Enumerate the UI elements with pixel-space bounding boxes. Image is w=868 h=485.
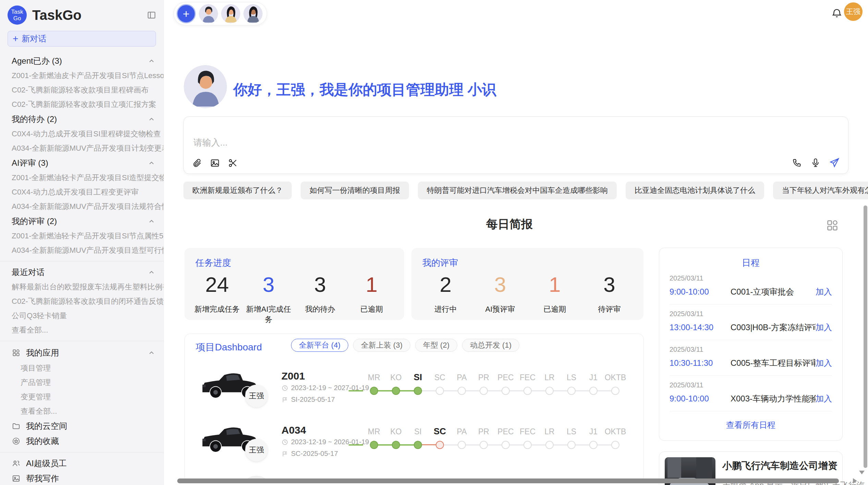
send-icon[interactable] <box>829 157 840 168</box>
task-item[interactable]: Z001-全新燃油轻卡产品开发项目SI节点属性5D文件评审 <box>0 229 164 243</box>
suggestion-chip[interactable]: 如何写一份清晰的项目周报 <box>301 182 409 199</box>
stat-label: 我的待办 <box>294 304 346 314</box>
briefing-title: 每日简报 <box>177 216 842 232</box>
my-apps-header[interactable]: 我的应用 <box>0 345 164 361</box>
sidebar-sections: Agent已办 (3)Z001-全新燃油皮卡产品开发项目SI节点Lesson L… <box>0 53 164 258</box>
milestone-node <box>392 387 400 395</box>
microphone-icon[interactable] <box>810 158 821 168</box>
task-item[interactable]: C02-飞腾新能源轻客改款项目立项汇报方案 <box>0 97 164 112</box>
sidebar-tool[interactable]: AI超级员工 <box>0 456 164 471</box>
task-item[interactable]: A034-全新新能源MUV产品开发项目法规符合性评审 <box>0 199 164 214</box>
milestone-node <box>414 387 422 395</box>
vertical-scrollbar[interactable] <box>864 206 867 468</box>
scroll-right-arrow[interactable] <box>853 478 857 484</box>
sidebar-link[interactable]: 我的收藏 <box>0 434 164 449</box>
join-link[interactable]: 加入 <box>816 286 832 297</box>
project-row[interactable]: 王强A0342023-12-19 ~ 2026-01-19SC-2025-05-… <box>185 420 643 474</box>
app-item[interactable]: 产品管理 <box>0 375 164 390</box>
section-header[interactable]: 我的评审 (2) <box>0 214 164 229</box>
suggestion-chip[interactable]: 特朗普可能对进口汽车增税会对中国车企造成哪些影响 <box>418 182 617 199</box>
task-progress-card: 任务进度 24新增完成任务3新增AI完成任务3我的待办1已逾期 <box>184 248 404 320</box>
user-avatar[interactable]: 王强 <box>844 2 863 21</box>
join-link[interactable]: 加入 <box>816 358 832 369</box>
task-item[interactable]: C0X4-动力总成开发项目工程变更评审 <box>0 185 164 199</box>
join-link[interactable]: 加入 <box>816 393 832 404</box>
scroll-down-arrow[interactable] <box>859 471 865 474</box>
voice-call-icon[interactable] <box>792 158 802 168</box>
chat-input[interactable]: 请输入... <box>183 116 848 174</box>
notification-bell-icon[interactable] <box>831 8 843 19</box>
schedule-item: 2025/03/1110:30-11:30C005-整车工程目标评审加入 <box>670 340 832 376</box>
stat-label: 已逾期 <box>346 304 397 314</box>
suggestion-chip[interactable]: 比亚迪全固态电池计划具体说了什么 <box>626 182 764 199</box>
task-item[interactable]: Z001-全新燃油皮卡产品开发项目SI节点Lesson Learn报告 <box>0 69 164 83</box>
task-item[interactable]: Z001-全新燃油轻卡产品开发项目SI造型提交物评审 <box>0 171 164 185</box>
dashboard-tab[interactable]: 动总开发 (1) <box>462 339 519 352</box>
suggestion-chip[interactable]: 当下年轻人对汽车外观有怎样的喜好趋势 <box>773 182 868 199</box>
agent-avatar-1[interactable] <box>199 4 218 23</box>
chevron-up-icon <box>148 217 155 225</box>
stat-value: 3 <box>582 273 637 297</box>
app-item[interactable]: 变更管理 <box>0 390 164 404</box>
suggestion-chip[interactable]: 欧洲新规最近颁布了什么？ <box>183 182 292 199</box>
task-item[interactable]: C0X4-动力总成开发项目SI里程碑提交物检查 <box>0 127 164 141</box>
milestone-MR: MR <box>363 420 385 461</box>
task-item[interactable]: A034-全新新能源MUV产品开发项目计划变更表编写 <box>0 141 164 156</box>
stat-label: 已逾期 <box>528 304 582 314</box>
section-header[interactable]: 最近对话 <box>0 265 164 280</box>
dashboard-tab[interactable]: 年型 (2) <box>415 339 457 352</box>
folder-icon <box>12 422 21 431</box>
milestone-node <box>611 441 619 449</box>
task-item[interactable]: A034-全新新能源MUV产品开发项目造型可行性评审 <box>0 243 164 258</box>
conversation-item[interactable]: 解释最新出台的欧盟报废车法规再生塑料比例被调至15%... <box>0 280 164 294</box>
milestone-LR: LR <box>539 420 560 461</box>
collapse-sidebar-icon[interactable] <box>146 10 157 20</box>
layout-grid-icon[interactable] <box>825 219 839 232</box>
sidebar-tool[interactable]: 帮我写作 <box>0 471 164 485</box>
dashboard-tab[interactable]: 全新上装 (3) <box>353 339 410 352</box>
scissors-icon[interactable] <box>228 158 238 168</box>
clock-icon <box>281 385 288 391</box>
project-flag: SI-2025-05-17 <box>281 396 335 403</box>
project-row[interactable]: 王强Z0012023-12-19 ~ 2027-01-19SI-2025-05-… <box>185 365 643 420</box>
view-all-link[interactable]: 查看全部... <box>0 323 164 337</box>
section-header[interactable]: Agent已办 (3) <box>0 53 164 69</box>
task-item[interactable]: C02-飞腾新能源轻客改款项目里程碑画布 <box>0 83 164 97</box>
schedule-card: 日程 2025/03/119:00-10:00C001-立项审批会加入2025/… <box>659 248 843 441</box>
conversation-item[interactable]: C02-飞腾新能源轻客改款项目的闭环通告反馈情况 <box>0 294 164 309</box>
milestone-node <box>545 441 554 449</box>
schedule-time: 13:00-14:30 <box>670 323 731 332</box>
milestone-label: PEC <box>495 373 517 382</box>
milestone-label: KO <box>385 373 407 382</box>
view-all-schedule-link[interactable]: 查看所有日程 <box>670 420 832 431</box>
agent-avatar-2[interactable] <box>221 4 240 23</box>
dashboard-tab[interactable]: 全新平台 (4) <box>291 339 348 352</box>
sidebar-links: 我的云空间我的收藏 <box>0 419 164 449</box>
view-all-link[interactable]: 查看全部... <box>0 404 164 419</box>
milestone-label: SC <box>429 373 451 382</box>
milestone-label: PR <box>473 373 495 382</box>
stat-label: 新增完成任务 <box>191 304 243 314</box>
people-icon <box>12 459 21 468</box>
join-link[interactable]: 加入 <box>816 322 832 333</box>
section-header[interactable]: 我的待办 (2) <box>0 112 164 127</box>
add-agent-button[interactable]: + <box>177 4 196 23</box>
sidebar-link[interactable]: 我的云空间 <box>0 419 164 434</box>
agent-avatar-3[interactable] <box>243 4 263 23</box>
sidebar-section: 我的评审 (2)Z001-全新燃油轻卡产品开发项目SI节点属性5D文件评审A03… <box>0 214 164 258</box>
stat-value: 2 <box>418 273 473 297</box>
conversation-item[interactable]: 公司Q3轻卡销量 <box>0 309 164 323</box>
app-item[interactable]: 项目管理 <box>0 361 164 375</box>
news-title: 小鹏飞行汽车制造公司增资 <box>722 459 868 472</box>
new-chat-button[interactable]: + 新对话 <box>8 31 156 47</box>
attachment-icon[interactable] <box>192 158 202 168</box>
milestone-node <box>567 387 576 395</box>
milestone-LS: LS <box>560 420 582 461</box>
milestone-label: LS <box>560 427 582 436</box>
milestone-label: J1 <box>582 373 604 382</box>
section-header[interactable]: AI评审 (3) <box>0 156 164 171</box>
stat-label: 进行中 <box>418 304 473 314</box>
milestone-KO: KO <box>385 420 407 461</box>
horizontal-scrollbar[interactable] <box>177 478 839 483</box>
image-upload-icon[interactable] <box>210 158 220 168</box>
